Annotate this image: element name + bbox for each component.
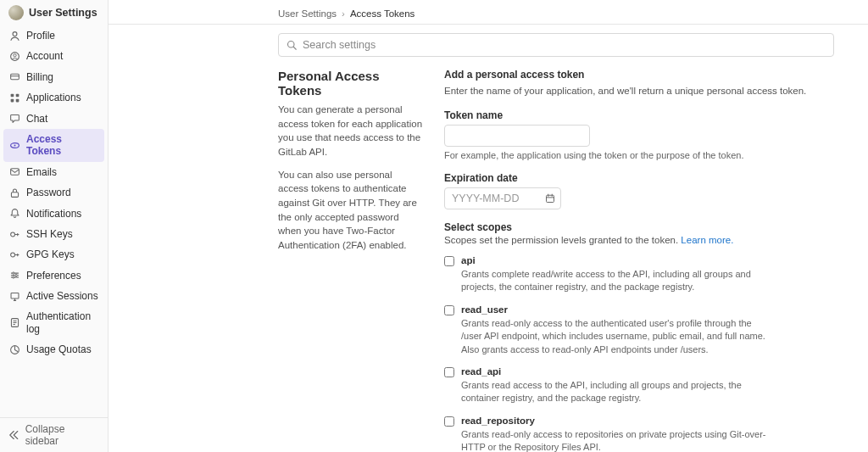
breadcrumb-separator: › — [342, 8, 345, 19]
sidebar-item-label: Account — [26, 50, 63, 62]
token-name-input[interactable] — [444, 125, 590, 147]
emails-icon — [8, 166, 20, 178]
breadcrumb: User Settings › Access Tokens — [278, 8, 834, 19]
sidebar-item-ssh-keys[interactable]: SSH Keys — [0, 224, 108, 244]
scope-desc: Grants complete read/write access to the… — [461, 268, 775, 294]
expiration-date-input[interactable] — [444, 187, 561, 209]
sidebar-item-active-sessions[interactable]: Active Sessions — [0, 286, 108, 306]
sidebar-header: User Settings — [0, 0, 108, 25]
sidebar-item-label: Preferences — [26, 270, 81, 282]
breadcrumb-item[interactable]: Access Tokens — [350, 8, 415, 19]
ssh-keys-icon — [8, 228, 20, 240]
usage-quotas-icon — [8, 343, 20, 355]
sidebar-item-account[interactable]: Account — [0, 46, 108, 66]
sidebar-item-billing[interactable]: Billing — [0, 67, 108, 87]
scopes-help: Scopes set the permission levels granted… — [444, 235, 834, 245]
search-settings-input[interactable] — [278, 33, 834, 57]
scope-desc: Grants read-only access to repositories … — [461, 428, 775, 452]
form-sub: Enter the name of your application, and … — [444, 84, 834, 98]
scope-checkbox-api[interactable] — [444, 256, 454, 266]
collapse-icon — [8, 429, 20, 441]
form-column: Add a personal access token Enter the na… — [444, 69, 834, 452]
intro-paragraph: You can generate a personal access token… — [278, 103, 424, 159]
scopes-heading: Select scopes — [444, 221, 834, 233]
scope-desc: Grants read access to the API, including… — [461, 379, 775, 405]
main-content: User Settings › Access Tokens Personal A… — [108, 0, 868, 452]
billing-icon — [8, 71, 20, 83]
notifications-icon — [8, 208, 20, 220]
sidebar-item-label: Applications — [26, 92, 81, 103]
preferences-icon — [8, 270, 20, 282]
sidebar-item-emails[interactable]: Emails — [0, 162, 108, 182]
sidebar-item-applications[interactable]: Applications — [0, 87, 108, 108]
chat-icon — [8, 113, 20, 125]
sidebar-item-gpg-keys[interactable]: GPG Keys — [0, 244, 108, 265]
breadcrumb-item[interactable]: User Settings — [278, 8, 337, 19]
collapse-label: Collapse sidebar — [25, 423, 99, 447]
page-title: Personal Access Tokens — [278, 69, 424, 98]
avatar — [8, 5, 24, 20]
expiration-date-label: Expiration date — [444, 172, 834, 184]
sidebar-item-label: Active Sessions — [26, 290, 98, 302]
sidebar-item-label: Password — [26, 187, 71, 198]
search-icon — [287, 40, 297, 50]
sidebar-item-usage-quotas[interactable]: Usage Quotas — [0, 339, 108, 360]
calendar-icon[interactable] — [545, 193, 555, 204]
sidebar-item-label: Usage Quotas — [26, 343, 92, 355]
sidebar-item-authentication-log[interactable]: Authentication log — [0, 306, 108, 339]
scope-checkbox-read_repository[interactable] — [444, 416, 454, 427]
intro-column: Personal Access Tokens You can generate … — [278, 69, 424, 452]
scope-read_repository: read_repositoryGrants read-only access t… — [444, 416, 834, 452]
password-icon — [8, 187, 20, 198]
gpg-keys-icon — [8, 248, 20, 260]
applications-icon — [8, 92, 20, 103]
scope-read_api: read_apiGrants read access to the API, i… — [444, 366, 834, 405]
sidebar-item-profile[interactable]: Profile — [0, 25, 108, 46]
sidebar-item-label: Authentication log — [26, 310, 99, 335]
sidebar-item-label: Profile — [26, 30, 55, 42]
sidebar-item-label: Access Tokens — [26, 133, 99, 158]
scope-name: read_user — [461, 304, 508, 315]
scope-checkbox-read_api[interactable] — [444, 367, 454, 377]
divider — [108, 24, 868, 25]
sidebar-item-access-tokens[interactable]: Access Tokens — [3, 129, 104, 162]
sidebar-item-preferences[interactable]: Preferences — [0, 265, 108, 286]
sidebar-item-label: Billing — [26, 71, 53, 83]
scopes-list: apiGrants complete read/write access to … — [444, 255, 834, 452]
active-sessions-icon — [8, 290, 20, 302]
sidebar-item-label: GPG Keys — [26, 248, 75, 260]
collapse-sidebar-button[interactable]: Collapse sidebar — [0, 417, 108, 452]
sidebar-item-notifications[interactable]: Notifications — [0, 204, 108, 224]
auth-log-icon — [8, 317, 20, 329]
scope-name: api — [461, 255, 476, 265]
scope-checkbox-read_user[interactable] — [444, 305, 454, 315]
access-tokens-icon — [8, 139, 20, 151]
sidebar-item-label: Chat — [26, 113, 47, 125]
learn-more-link[interactable]: Learn more. — [681, 235, 733, 245]
sidebar: User Settings ProfileAccountBillingAppli… — [0, 0, 108, 452]
token-name-label: Token name — [444, 109, 834, 121]
sidebar-title: User Settings — [29, 7, 97, 19]
scope-api: apiGrants complete read/write access to … — [444, 255, 834, 294]
form-heading: Add a personal access token — [444, 69, 834, 81]
sidebar-item-password[interactable]: Password — [0, 182, 108, 203]
scope-name: read_api — [461, 366, 501, 377]
scope-read_user: read_userGrants read-only access to the … — [444, 304, 834, 356]
scope-name: read_repository — [461, 416, 535, 426]
sidebar-item-label: Emails — [26, 166, 57, 178]
scope-desc: Grants read-only access to the authentic… — [461, 317, 775, 356]
sidebar-item-label: Notifications — [26, 208, 81, 220]
account-icon — [8, 51, 20, 63]
sidebar-item-chat[interactable]: Chat — [0, 109, 108, 129]
token-name-help: For example, the application using the t… — [444, 150, 834, 160]
sidebar-item-label: SSH Keys — [26, 228, 73, 240]
search-wrap — [278, 33, 834, 57]
profile-icon — [8, 30, 20, 42]
svg-rect-1 — [547, 195, 554, 202]
intro-paragraph: You can also use personal access tokens … — [278, 168, 424, 253]
